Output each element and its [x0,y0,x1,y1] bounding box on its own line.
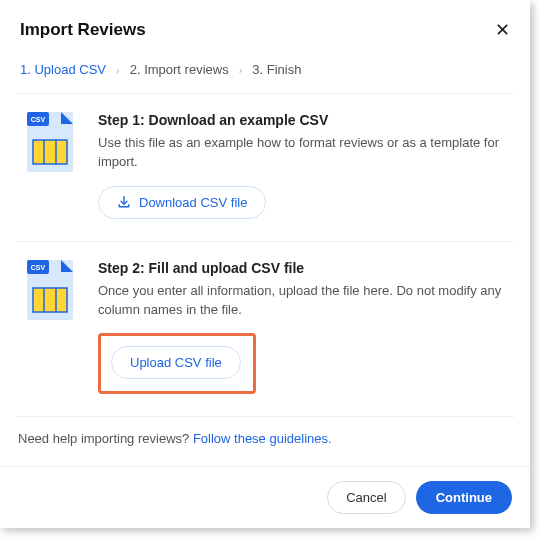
upload-csv-label: Upload CSV file [130,355,222,370]
chevron-right-icon: › [239,64,243,76]
step-1-title: Step 1: Download an example CSV [98,112,510,128]
download-csv-button[interactable]: Download CSV file [98,186,266,219]
help-link[interactable]: Follow these guidelines. [193,431,332,446]
import-reviews-modal: Import Reviews ✕ 1. Upload CSV › 2. Impo… [0,0,530,528]
svg-text:CSV: CSV [31,264,46,271]
svg-text:CSV: CSV [31,116,46,123]
continue-button[interactable]: Continue [416,481,512,514]
csv-file-icon: CSV [20,260,80,395]
svg-rect-3 [33,140,67,164]
help-text: Need help importing reviews? Follow thes… [0,417,530,466]
step-2-title: Step 2: Fill and upload CSV file [98,260,510,276]
chevron-right-icon: › [116,64,120,76]
step-1-description: Use this file as an example how to forma… [98,134,510,172]
breadcrumb-step-finish: 3. Finish [252,62,301,77]
download-csv-label: Download CSV file [139,195,247,210]
svg-rect-10 [33,288,67,312]
upload-highlight: Upload CSV file [98,333,256,394]
cancel-button[interactable]: Cancel [327,481,405,514]
modal-footer: Cancel Continue [0,466,530,528]
download-icon [117,195,131,209]
close-icon[interactable]: ✕ [495,21,510,39]
csv-file-icon: CSV [20,112,80,219]
modal-header: Import Reviews ✕ [0,0,530,52]
help-prefix: Need help importing reviews? [18,431,193,446]
breadcrumb: 1. Upload CSV › 2. Import reviews › 3. F… [0,52,530,93]
step-1-section: CSV Step 1: Download an example CSV Use … [0,94,530,241]
breadcrumb-step-upload[interactable]: 1. Upload CSV [20,62,106,77]
modal-title: Import Reviews [20,20,146,40]
breadcrumb-step-import: 2. Import reviews [130,62,229,77]
upload-csv-button[interactable]: Upload CSV file [111,346,241,379]
step-2-section: CSV Step 2: Fill and upload CSV file Onc… [0,242,530,417]
step-2-description: Once you enter all information, upload t… [98,282,510,320]
